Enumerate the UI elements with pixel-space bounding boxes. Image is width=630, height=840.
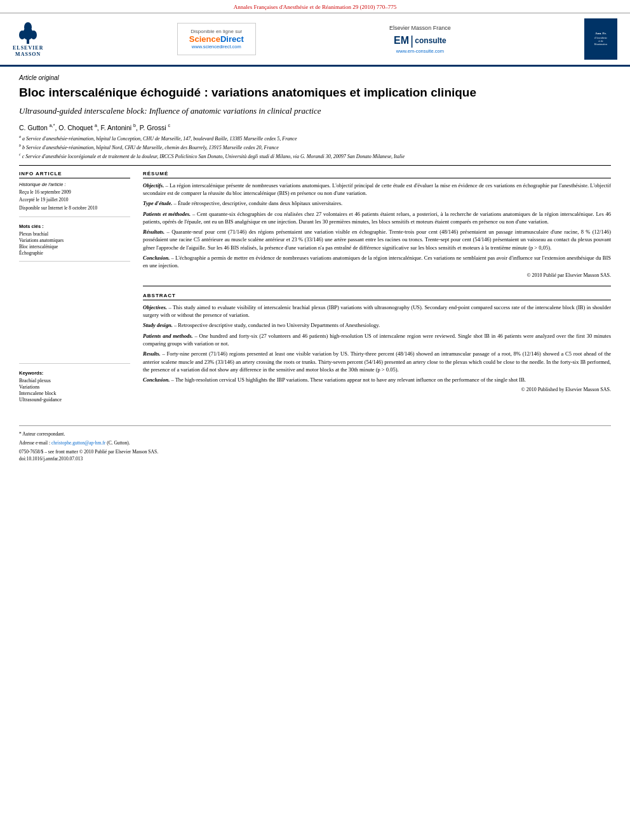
affiliation-a: a a Service d'anesthésie-réanimation, hô… bbox=[19, 134, 611, 142]
elsevier-name-line2: MASSON bbox=[15, 51, 41, 58]
abstract-copyright: © 2010 Published by Elsevier Masson SAS. bbox=[143, 387, 611, 392]
em-consulte-header: Elsevier Masson France bbox=[389, 25, 451, 31]
info-article-label: INFO ARTICLE bbox=[19, 171, 130, 178]
keyword-fr-1: Plexus brachial bbox=[19, 231, 130, 237]
sciencedirect-box: Disponible en ligne sur ScienceDirect ww… bbox=[177, 23, 256, 55]
footer-doi-section: 0750-7658/$ – see front matter © 2010 Pu… bbox=[19, 448, 611, 463]
keyword-fr-2: Variations anatomiques bbox=[19, 237, 130, 243]
resume-label: RÉSUMÉ bbox=[143, 171, 611, 178]
resume-para-3: Patients et méthodes. – Cent quarante-si… bbox=[143, 210, 611, 226]
available-online-text: Disponible en ligne sur bbox=[189, 29, 244, 34]
footer: * Auteur correspondant. Adresse e-mail :… bbox=[19, 425, 611, 463]
keyword-en-4: Ultrasound-guidance bbox=[19, 397, 130, 403]
resume-para-1: Objectifs. – La région interscalénique p… bbox=[143, 182, 611, 197]
em-consulte-logo: EM|consulte bbox=[389, 34, 451, 48]
svg-point-3 bbox=[30, 30, 37, 39]
abstract-para-1: Objectives. – This study aimed to evalua… bbox=[143, 303, 611, 319]
resume-para-2: Type d'étude. – Étude rétrospective, des… bbox=[143, 199, 611, 207]
article-title-french: Bloc interscalénique échoguidé : variati… bbox=[19, 85, 611, 101]
affiliations: a a Service d'anesthésie-réanimation, hô… bbox=[19, 134, 611, 160]
abstract-section: ABSTRACT Objectives. – This study aimed … bbox=[143, 293, 611, 392]
main-content: Article original Bloc interscalénique éc… bbox=[0, 67, 630, 416]
article-title-english: Ultrasound-guided interscalene block: In… bbox=[19, 106, 611, 117]
publisher-center: Disponible en ligne sur ScienceDirect ww… bbox=[177, 23, 256, 55]
abstract-title-3: Patients and methods. bbox=[143, 333, 193, 339]
left-divider-1 bbox=[19, 217, 130, 217]
journal-title: Annales Françaises d'Anesthésie et de Ré… bbox=[234, 4, 397, 10]
elsevier-logo: ELSEVIER MASSON bbox=[13, 21, 43, 57]
abstract-divider bbox=[143, 286, 611, 286]
keyword-fr-3: Bloc interscalénique bbox=[19, 244, 130, 250]
abstract-title-5: Conclusion. bbox=[143, 377, 170, 383]
elsevier-name-line1: ELSEVIER bbox=[13, 45, 43, 51]
resume-title-2: Type d'étude. bbox=[143, 200, 172, 206]
corresponding-author-note: * Auteur correspondant. bbox=[19, 431, 611, 438]
left-divider-3 bbox=[19, 363, 130, 364]
resume-para-4: Résultats. – Quarante-neuf pour cent (71… bbox=[143, 228, 611, 251]
abstract-title-1: Objectives. bbox=[143, 304, 167, 310]
two-column-section: INFO ARTICLE Historique de l'article : R… bbox=[19, 171, 611, 404]
page: Annales Françaises d'Anesthésie et de Ré… bbox=[0, 0, 630, 840]
resume-title-1: Objectifs. bbox=[143, 182, 164, 189]
journal-cover: Ann. Fr. d'Anesthésie et de Réanimation bbox=[584, 18, 617, 60]
article-type: Article original bbox=[19, 74, 611, 81]
em-consulte-url: www.em-consulte.com bbox=[389, 48, 451, 54]
abstract-para-4: Results. – Forty-nine percent (71/146) r… bbox=[143, 350, 611, 373]
issn-line: 0750-7658/$ – see front matter © 2010 Pu… bbox=[19, 448, 611, 455]
journal-header: Annales Françaises d'Anesthésie et de Ré… bbox=[0, 0, 630, 13]
authors: C. Gutton a,*, O. Choquet a, F. Antonini… bbox=[19, 123, 611, 131]
left-column: INFO ARTICLE Historique de l'article : R… bbox=[19, 171, 130, 404]
abstract-para-3: Patients and methods. – One hundred and … bbox=[143, 332, 611, 348]
publisher-strip: ELSEVIER MASSON Disponible en ligne sur … bbox=[0, 13, 630, 67]
keyword-en-3: Interscalene block bbox=[19, 390, 130, 396]
sciencedirect-logo: ScienceDirect bbox=[189, 34, 244, 44]
keyword-en-1: Brachial plexus bbox=[19, 378, 130, 383]
keyword-fr-4: Échographie bbox=[19, 250, 130, 256]
affiliation-c: c c Service d'anesthésie locorégionale e… bbox=[19, 152, 611, 160]
svg-point-4 bbox=[24, 22, 32, 32]
resume-title-3: Patients et méthodes. bbox=[143, 211, 191, 217]
main-divider bbox=[19, 165, 611, 166]
email-note: Adresse e-mail : christophe.gutton@ap-hm… bbox=[19, 440, 611, 447]
sciencedirect-url: www.sciencedirect.com bbox=[189, 44, 244, 50]
mots-cles-title: Mots clés : bbox=[19, 223, 130, 229]
historique-title: Historique de l'article : bbox=[19, 182, 130, 187]
affiliation-b: b b Service d'anesthésie-réanimation, hô… bbox=[19, 143, 611, 151]
email-link[interactable]: christophe.gutton@ap-hm.fr bbox=[51, 440, 105, 446]
abstract-para-2: Study design. – Retrospective descriptiv… bbox=[143, 321, 611, 329]
date-accepted: Accepté le 19 juillet 2010 bbox=[19, 197, 130, 204]
keyword-en-2: Variations bbox=[19, 384, 130, 390]
resume-para-5: Conclusion. – L'échographie a permis de … bbox=[143, 254, 611, 270]
resume-copyright: © 2010 Publié par Elsevier Masson SAS. bbox=[143, 272, 611, 278]
abstract-title-2: Study design. bbox=[143, 322, 173, 328]
date-received: Reçu le 16 septembre 2009 bbox=[19, 189, 130, 196]
svg-point-2 bbox=[19, 30, 25, 39]
doi-line: doi:10.1016/j.annfar.2010.07.013 bbox=[19, 455, 611, 462]
date-online: Disponible sur Internet le 8 octobre 201… bbox=[19, 205, 130, 212]
right-column: RÉSUMÉ Objectifs. – La région interscalé… bbox=[143, 171, 611, 404]
publisher-left: ELSEVIER MASSON bbox=[13, 21, 43, 57]
abstract-para-5: Conclusion. – The high-resolution cervic… bbox=[143, 376, 611, 383]
left-divider-2 bbox=[19, 261, 130, 262]
resume-title-4: Résultats. bbox=[143, 229, 164, 235]
resume-title-5: Conclusion. bbox=[143, 255, 170, 261]
abstract-title-4: Results. bbox=[143, 350, 161, 357]
abstract-label: ABSTRACT bbox=[143, 293, 611, 300]
keywords-title: Keywords: bbox=[19, 370, 130, 376]
publisher-right: Elsevier Masson France EM|consulte www.e… bbox=[389, 25, 451, 54]
resume-section: RÉSUMÉ Objectifs. – La région interscalé… bbox=[143, 171, 611, 278]
